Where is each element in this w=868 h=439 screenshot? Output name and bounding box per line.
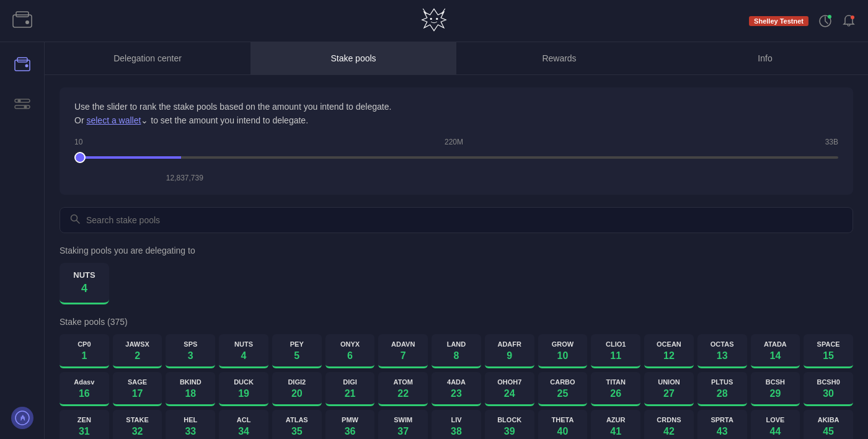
pool-item[interactable]: PLTUS 28 [698,372,747,406]
pool-item[interactable]: STAKE 32 [113,410,162,439]
pool-item[interactable]: SPRTA 43 [698,410,747,439]
pool-item[interactable]: LIV 38 [432,410,481,439]
select-wallet-link[interactable]: select a wallet [86,115,141,125]
pool-item[interactable]: AKIBA 45 [804,410,853,439]
pool-item-rank: 38 [451,426,462,437]
pool-item[interactable]: ATADA 14 [751,334,800,368]
pool-item[interactable]: BKIND 18 [166,372,215,406]
pool-item[interactable]: ATOM 22 [378,372,428,406]
pool-item[interactable]: TITAN 26 [591,372,640,406]
pool-item-name: SPRTA [711,416,733,423]
pool-item[interactable]: GROW 10 [538,334,588,368]
pool-item-rank: 39 [504,426,515,437]
tab-rewards[interactable]: Rewards [456,42,662,74]
pool-item[interactable]: BLOCK 39 [485,410,534,439]
tab-stake-pools[interactable]: Stake pools [250,42,456,74]
pool-item[interactable]: LOVE 44 [751,410,800,439]
pool-item[interactable]: CARBO 25 [538,372,588,406]
pool-item[interactable]: SPS 3 [166,334,215,368]
pool-item-rank: 12 [663,350,675,361]
pool-item[interactable]: 4ADA 23 [432,372,481,406]
amount-slider[interactable] [74,156,838,159]
pool-item[interactable]: BCSH0 30 [804,372,853,406]
pool-item-name: ATADA [764,340,787,348]
pool-item[interactable]: SAGE 17 [113,372,162,406]
pool-item-name: JAWSX [125,340,149,348]
svg-point-4 [430,17,432,19]
pool-item-rank: 10 [557,350,569,361]
pool-item-rank: 11 [610,350,621,361]
slider-description: Use the slider to rank the stake pools b… [74,100,838,128]
pool-item-name: STAKE [126,416,148,423]
svg-point-5 [436,17,438,19]
pool-item-rank: 28 [717,388,728,399]
pool-item[interactable]: AZUR 41 [591,410,640,439]
topbar: Shelley Testnet [0,0,868,42]
delegating-pool-card[interactable]: NUTS 4 [60,263,109,304]
pool-item[interactable]: ZEN 31 [60,410,109,439]
pool-item-rank: 34 [238,426,249,437]
pool-item[interactable]: JAWSX 2 [113,334,162,368]
pool-item-name: SPS [184,340,197,348]
pool-item[interactable]: ADAVN 7 [378,334,428,368]
pool-item[interactable]: OCTAS 13 [698,334,747,368]
pool-item-name: DIGI2 [288,378,306,386]
pool-item-rank: 41 [610,426,621,437]
pool-item[interactable]: Adasv 16 [60,372,109,406]
pool-item[interactable]: BCSH 29 [751,372,800,406]
pool-item-name: LAND [447,340,466,348]
pool-item[interactable]: PEY 5 [272,334,322,368]
tab-info[interactable]: Info [662,42,868,74]
pool-item[interactable]: NUTS 4 [219,334,268,368]
pool-item[interactable]: CLIO1 11 [591,334,640,368]
pool-item-name: ATOM [394,378,413,386]
pool-item[interactable]: THETA 40 [538,410,588,439]
pool-item-rank: 19 [238,388,249,399]
ada-logo[interactable]: ₳ [11,407,33,429]
notifications-button[interactable] [842,14,856,28]
pool-item-rank: 5 [294,350,299,361]
sync-button[interactable] [818,14,832,28]
pool-item-name: GROW [552,340,574,348]
svg-text:₳: ₳ [20,414,25,422]
sidebar-toggle-icon[interactable] [10,92,35,117]
pool-item[interactable]: CRDNS 42 [644,410,694,439]
search-input[interactable] [86,215,843,225]
pool-item[interactable]: OCEAN 12 [644,334,694,368]
pool-item-rank: 14 [770,350,781,361]
wallet-nav-icon[interactable] [12,11,32,29]
pool-item[interactable]: SWIM 37 [378,410,428,439]
svg-point-11 [25,64,28,68]
pool-item[interactable]: ACL 34 [219,410,268,439]
pool-item-name: THETA [552,416,574,423]
pool-item-name: CARBO [550,378,575,386]
svg-rect-12 [15,99,30,102]
pool-item-name: PEY [290,340,304,348]
pool-item[interactable]: PMW 36 [326,410,375,439]
pool-item-rank: 37 [397,426,409,437]
pool-item[interactable]: DIGI2 20 [272,372,322,406]
pool-item-name: OCEAN [657,340,681,348]
pool-item[interactable]: LAND 8 [432,334,481,368]
pool-item[interactable]: ADAFR 9 [485,334,534,368]
pool-item-rank: 18 [185,388,196,399]
pool-item[interactable]: CP0 1 [60,334,109,368]
pool-item[interactable]: SPACE 15 [804,334,853,368]
pool-item[interactable]: UNION 27 [644,372,694,406]
pool-item[interactable]: HEL 33 [166,410,215,439]
pool-item[interactable]: DIGI 21 [326,372,375,406]
pool-item[interactable]: ONYX 6 [326,334,375,368]
pool-item-name: SAGE [128,378,147,386]
slider-labels: 10 220M 33B [74,138,838,146]
pool-item[interactable]: DUCK 19 [219,372,268,406]
sidebar-wallet-icon[interactable] [10,52,35,77]
pools-grid: CP0 1 JAWSX 2 SPS 3 NUTS 4 PEY 5 ONYX 6 … [60,334,853,439]
pool-item-name: CLIO1 [606,340,626,348]
search-icon [70,214,80,226]
pool-item[interactable]: OHOH7 24 [485,372,534,406]
pool-item[interactable]: ATLAS 35 [272,410,322,439]
tab-delegation-center[interactable]: Delegation center [45,42,250,74]
pool-item-rank: 23 [451,388,462,399]
pool-item-name: ZEN [78,416,91,423]
svg-marker-3 [422,9,446,30]
